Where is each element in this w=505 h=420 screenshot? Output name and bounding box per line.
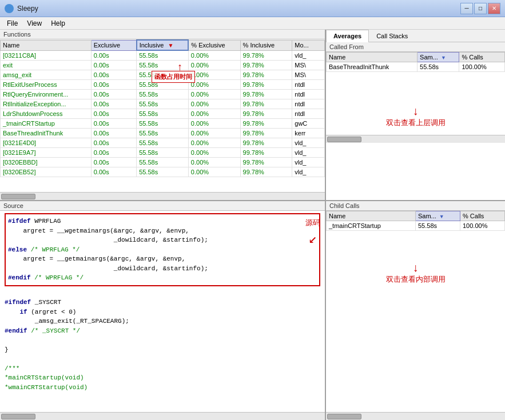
cf-col-sam[interactable]: Sam... ▼	[417, 53, 459, 62]
table-row[interactable]: RtlExitUserProcess0.00s55.58s0.00%99.78%…	[1, 80, 325, 90]
bottom-half: Source #ifdef WPRFLAG argret = __wgetmai…	[0, 201, 505, 420]
col-module[interactable]: Mo...	[292, 40, 325, 50]
window-title: Sleepy	[17, 5, 460, 13]
table-row[interactable]: LdrShutdownProcess0.00s55.58s0.00%99.78%…	[1, 109, 325, 119]
menu-bar: File View Help	[0, 17, 505, 30]
source-panel: Source #ifdef WPRFLAG argret = __wgetmai…	[0, 201, 326, 420]
tab-bar: Averages Call Stacks	[326, 30, 505, 42]
child-calls-annotation: ↓ 双击查看内部调用	[326, 257, 505, 289]
table-row[interactable]: [03211C8A]0.00s55.58s0.00%99.78%vld_	[1, 50, 325, 61]
functions-table-container[interactable]: Name Exclusive Inclusive ▼ % Exclusive %…	[0, 39, 325, 192]
cc-col-pct[interactable]: % Calls	[460, 211, 505, 221]
child-calls-table: Name Sam... ▼ % Calls _tmainCRTStartup55…	[326, 211, 505, 231]
table-row[interactable]: amsg_exit0.00s55.58s0.00%99.78%MS\	[1, 70, 325, 80]
table-row[interactable]: exit0.00s55.58s0.00%99.78%MS\	[1, 61, 325, 70]
child-scroll-thumb[interactable]	[327, 414, 361, 419]
table-row[interactable]: RtlInitializeException...0.00s55.58s0.00…	[1, 99, 325, 109]
called-from-table: Name Sam... ▼ % Calls BaseThreadInitThun…	[326, 52, 505, 72]
averages-annotation: ↓ 双击查看上层调用	[326, 98, 505, 135]
averages-panel: Averages Call Stacks Called From Name Sa…	[326, 30, 505, 200]
functions-scrollbar-h[interactable]	[0, 192, 325, 200]
cf-col-pct[interactable]: % Calls	[459, 53, 505, 62]
window-controls: ─ □ ✕	[460, 3, 500, 14]
table-row[interactable]: [0321E4D0]0.00s55.58s0.00%99.78%vld_	[1, 138, 325, 148]
source-box: #ifdef WPRFLAG argret = __wgetmainargs(&…	[5, 213, 320, 286]
table-row[interactable]: [0321E9A7]0.00s55.58s0.00%99.78%vld_	[1, 148, 325, 158]
table-row[interactable]: RtlQueryEnvironment...0.00s55.58s0.00%99…	[1, 90, 325, 99]
functions-scroll-thumb[interactable]	[1, 194, 35, 199]
averages-scrollbar-h[interactable]	[326, 135, 505, 143]
tab-averages[interactable]: Averages	[326, 30, 369, 42]
col-exclusive[interactable]: Exclusive	[91, 40, 136, 50]
col-name[interactable]: Name	[1, 40, 92, 50]
top-half: Functions Name Exclusive Inclusive ▼ % E…	[0, 30, 505, 201]
source-annotation: 源码 ↙	[305, 218, 320, 250]
table-row[interactable]: BaseThreadInitThunk0.00s55.58s0.00%99.78…	[1, 129, 325, 138]
called-from-table-container[interactable]: Name Sam... ▼ % Calls BaseThreadInitThun…	[326, 52, 505, 98]
cc-col-sam[interactable]: Sam... ▼	[416, 211, 460, 221]
child-scrollbar-h[interactable]	[326, 412, 505, 420]
cc-col-name[interactable]: Name	[327, 211, 416, 221]
menu-view[interactable]: View	[22, 18, 46, 29]
maximize-button[interactable]: □	[474, 3, 487, 14]
functions-panel: Functions Name Exclusive Inclusive ▼ % E…	[0, 30, 326, 200]
source-scroll-thumb[interactable]	[1, 414, 35, 419]
close-button[interactable]: ✕	[488, 3, 500, 14]
source-scrollbar-h[interactable]	[0, 412, 325, 420]
table-row[interactable]: BaseThreadInitThunk55.58s100.00%	[327, 62, 505, 72]
child-calls-table-container[interactable]: Name Sam... ▼ % Calls _tmainCRTStartup55…	[326, 211, 505, 257]
called-from-label: Called From	[326, 42, 505, 52]
source-label: Source	[0, 201, 325, 211]
table-row[interactable]: [0320EBBD]0.00s55.58s0.00%99.78%vld_	[1, 158, 325, 167]
functions-table: Name Exclusive Inclusive ▼ % Exclusive %…	[0, 39, 325, 177]
app-icon	[5, 4, 14, 13]
functions-label: Functions	[0, 30, 325, 39]
menu-help[interactable]: Help	[46, 18, 70, 29]
main-container: Functions Name Exclusive Inclusive ▼ % E…	[0, 30, 505, 420]
cf-col-name[interactable]: Name	[327, 53, 417, 62]
title-bar: Sleepy ─ □ ✕	[0, 0, 505, 17]
child-calls-label: Child Calls	[326, 201, 505, 211]
table-row[interactable]: [0320EB52]0.00s55.58s0.00%99.78%vld_	[1, 167, 325, 177]
child-calls-panel: Child Calls Name Sam... ▼ % Calls	[326, 201, 505, 420]
menu-file[interactable]: File	[2, 18, 22, 29]
source-code[interactable]: #ifdef WPRFLAG argret = __wgetmainargs(&…	[0, 211, 325, 412]
table-row[interactable]: _tmainCRTStartup55.58s100.00%	[327, 221, 505, 231]
tab-callstacks[interactable]: Call Stacks	[369, 30, 415, 42]
table-row[interactable]: _tmainCRTStartup0.00s55.58s0.00%99.78%gw…	[1, 119, 325, 129]
col-pct-inclusive[interactable]: % Inclusive	[240, 40, 292, 50]
col-inclusive[interactable]: Inclusive ▼	[137, 40, 189, 50]
minimize-button[interactable]: ─	[460, 3, 473, 14]
averages-scroll-thumb[interactable]	[327, 137, 361, 142]
col-pct-exclusive[interactable]: % Exclusive	[188, 40, 240, 50]
